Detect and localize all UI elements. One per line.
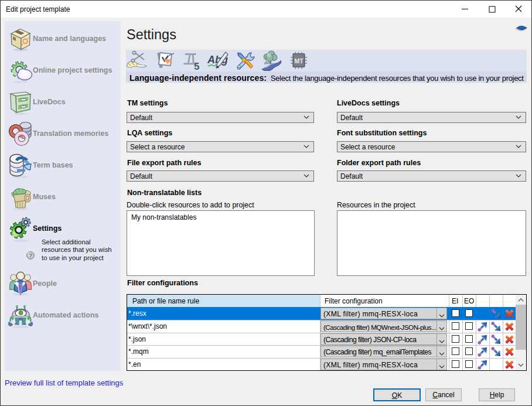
svg-text:MT: MT — [295, 57, 304, 64]
svg-text:5: 5 — [194, 61, 199, 71]
svg-text:?: ? — [29, 252, 32, 258]
